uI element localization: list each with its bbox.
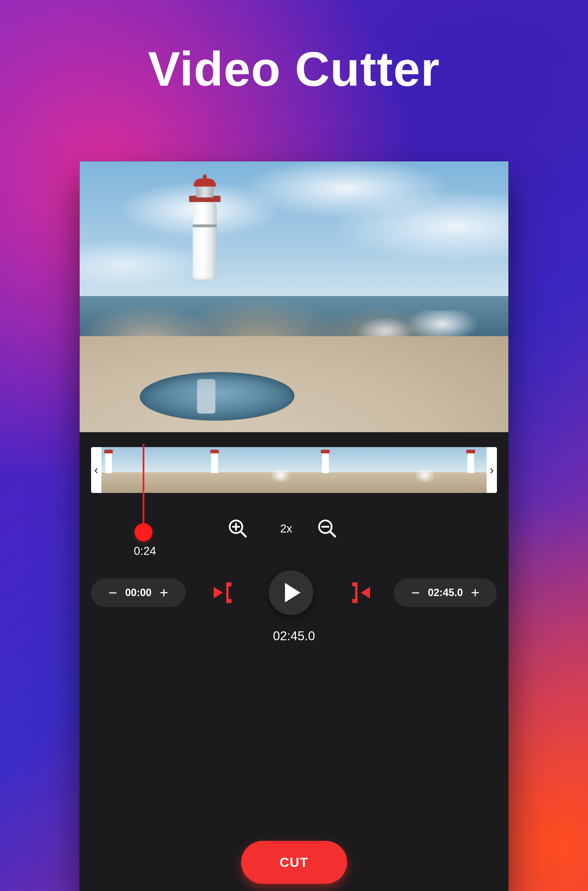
playhead-time-label: 0:24 xyxy=(128,544,162,557)
start-time-plus-button[interactable]: + xyxy=(153,585,174,600)
svg-line-5 xyxy=(330,531,335,536)
page-title: Video Cutter xyxy=(0,42,588,97)
timeline-frame xyxy=(198,447,246,493)
controls-panel: ‹ xyxy=(80,432,508,891)
preview-rocks-near xyxy=(80,336,508,432)
end-time-stepper[interactable]: − 02:45.0 + xyxy=(394,578,497,607)
zoom-out-button[interactable] xyxy=(317,518,337,538)
trim-start-icon xyxy=(212,578,238,607)
zoom-in-button[interactable] xyxy=(227,518,248,538)
timeline-frame xyxy=(150,447,198,493)
app-screen: ‹ xyxy=(80,161,508,891)
start-time-minus-button[interactable]: − xyxy=(102,585,123,600)
timeline-frame xyxy=(438,447,487,493)
end-time-value: 02:45.0 xyxy=(428,587,463,599)
lighthouse-lantern xyxy=(196,185,214,197)
zoom-in-icon xyxy=(227,518,248,538)
zoom-out-icon xyxy=(317,518,337,538)
cut-button[interactable]: CUT xyxy=(241,841,347,884)
timeline-frame xyxy=(246,447,294,493)
timeline-frame xyxy=(342,447,390,493)
timeline-scroll-right-button[interactable]: › xyxy=(487,447,497,493)
play-icon xyxy=(285,583,300,603)
timeline-frame xyxy=(294,447,342,493)
end-time-minus-button[interactable]: − xyxy=(405,585,426,600)
play-button[interactable] xyxy=(268,570,314,615)
preview-reflection xyxy=(197,379,215,413)
zoom-level-label: 2x xyxy=(280,522,292,535)
lighthouse-tower xyxy=(193,199,217,279)
timeline-frames[interactable] xyxy=(101,447,487,493)
end-time-plus-button[interactable]: + xyxy=(465,585,486,600)
timeline-frame xyxy=(101,447,150,493)
set-start-trim-button[interactable] xyxy=(212,578,238,607)
timeline-frame xyxy=(390,447,438,493)
playhead-line[interactable] xyxy=(142,444,144,527)
timeline-scroll-left-button[interactable]: ‹ xyxy=(91,447,101,493)
svg-line-1 xyxy=(241,531,246,536)
lighthouse-cap xyxy=(194,179,216,186)
video-preview[interactable] xyxy=(80,161,508,432)
lighthouse-band xyxy=(193,224,217,227)
playhead-handle[interactable] xyxy=(135,523,152,541)
start-time-value: 00:00 xyxy=(125,587,152,599)
trim-end-icon xyxy=(346,578,372,607)
start-time-stepper[interactable]: − 00:00 + xyxy=(91,578,186,607)
selection-duration-label: 02:45.0 xyxy=(80,629,508,643)
lighthouse-top xyxy=(203,174,207,179)
timeline[interactable]: ‹ xyxy=(91,447,497,493)
set-end-trim-button[interactable] xyxy=(346,578,372,607)
